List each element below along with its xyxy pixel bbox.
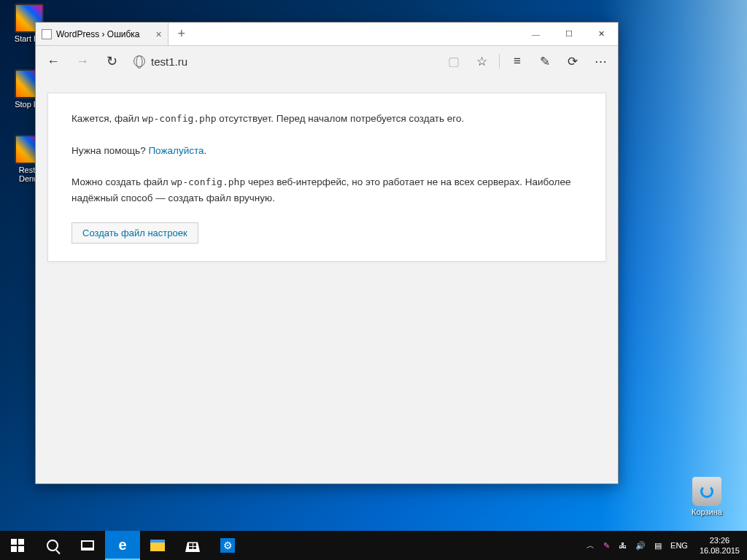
taskbar-edge[interactable]: e <box>105 531 140 560</box>
minimize-button[interactable]: — <box>519 23 552 45</box>
help-message: Нужна помощь? Пожалуйста. <box>71 143 582 159</box>
tray-notifications-icon[interactable]: ▤ <box>650 531 666 560</box>
start-button[interactable] <box>0 531 35 560</box>
tab-title: WordPress › Ошибка <box>56 29 140 39</box>
more-button[interactable]: ⋯ <box>587 48 614 74</box>
tray-chevron-button[interactable]: ︿ <box>582 531 599 560</box>
refresh-button[interactable]: ↻ <box>98 48 125 74</box>
clock-time: 23:26 <box>700 535 740 545</box>
maximize-button[interactable]: ☐ <box>552 23 585 45</box>
titlebar: WordPress › Ошибка × + — ☐ ✕ <box>36 23 618 46</box>
webnote-button[interactable]: ✎ <box>532 48 558 74</box>
wordpress-error-box: Кажется, файл wp-config.php отсутствует.… <box>47 93 606 262</box>
browser-window: WordPress › Ошибка × + — ☐ ✕ ← → ↻ test1… <box>35 22 619 484</box>
close-button[interactable]: ✕ <box>585 23 618 45</box>
url-text: test1.ru <box>151 55 187 68</box>
new-tab-button[interactable]: + <box>169 23 195 45</box>
system-tray: ︿ ✎ 🖧 🔊 ▤ ENG 23:26 16.08.2015 <box>582 531 747 560</box>
forward-button[interactable]: → <box>69 48 96 74</box>
tab-close-icon[interactable]: × <box>156 28 162 40</box>
globe-icon <box>133 55 145 67</box>
taskbar-explorer[interactable] <box>140 531 175 560</box>
folder-icon <box>150 540 165 551</box>
edge-icon: e <box>118 537 126 553</box>
search-icon <box>47 540 58 551</box>
help-link[interactable]: Пожалуйста <box>148 145 204 156</box>
desktop-icon-label: Корзина <box>681 508 732 516</box>
language-indicator[interactable]: ENG <box>666 531 692 560</box>
search-button[interactable] <box>35 531 70 560</box>
page-content: Кажется, файл wp-config.php отсутствует.… <box>36 77 618 483</box>
divider <box>499 54 500 69</box>
store-icon <box>185 539 200 552</box>
gear-icon: ⚙ <box>220 538 235 553</box>
task-view-button[interactable] <box>70 531 105 560</box>
taskbar-settings[interactable]: ⚙ <box>210 531 245 560</box>
page-icon <box>42 29 52 39</box>
error-message-2: Можно создать файл wp-config.php через в… <box>71 174 582 206</box>
taskbar: e ⚙ ︿ ✎ 🖧 🔊 ▤ ENG 23:26 16.08.2015 <box>0 531 747 560</box>
clock[interactable]: 23:26 16.08.2015 <box>692 535 747 556</box>
desktop-icon-recycle-bin[interactable]: Корзина <box>681 477 732 516</box>
hub-button[interactable]: ≡ <box>504 48 530 74</box>
taskbar-store[interactable] <box>175 531 210 560</box>
reading-view-button[interactable]: ▢ <box>441 48 467 74</box>
tray-volume-icon[interactable]: 🔊 <box>631 531 650 560</box>
address-bar[interactable]: test1.ru <box>128 55 438 68</box>
error-message-1: Кажется, файл wp-config.php отсутствует.… <box>71 111 582 127</box>
back-button[interactable]: ← <box>40 48 66 74</box>
browser-tab[interactable]: WordPress › Ошибка × <box>36 23 169 45</box>
navbar: ← → ↻ test1.ru ▢ ☆ ≡ ✎ ⟳ ⋯ <box>36 46 618 77</box>
tray-pen-icon[interactable]: ✎ <box>599 531 614 560</box>
clock-date: 16.08.2015 <box>700 545 740 556</box>
windows-icon <box>11 539 24 552</box>
favorites-button[interactable]: ☆ <box>468 48 495 74</box>
tray-network-icon[interactable]: 🖧 <box>614 531 631 560</box>
share-button[interactable]: ⟳ <box>560 48 586 74</box>
recycle-bin-icon <box>692 477 721 506</box>
task-view-icon <box>81 540 94 551</box>
create-config-button[interactable]: Создать файл настроек <box>71 222 198 244</box>
